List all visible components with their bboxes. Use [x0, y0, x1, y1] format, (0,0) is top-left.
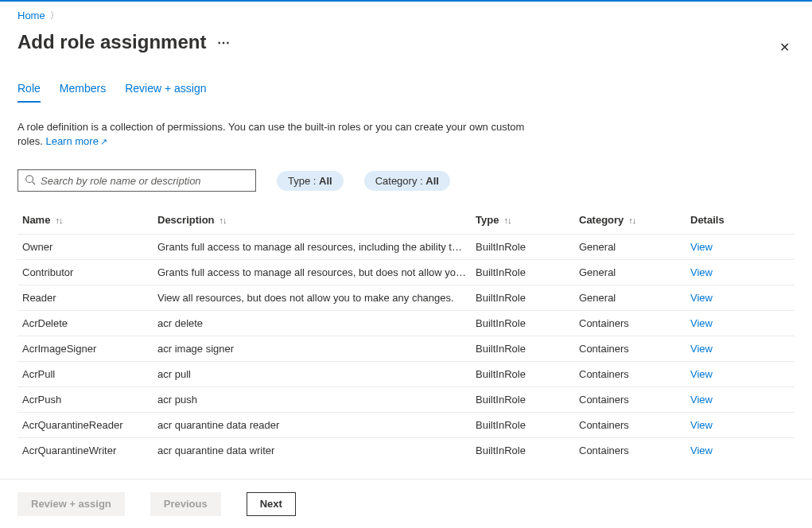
filter-category-label: Category :	[375, 175, 426, 187]
close-icon[interactable]: ✕	[775, 35, 795, 60]
view-link[interactable]: View	[690, 241, 770, 253]
cell-type: BuiltInRole	[476, 445, 579, 456]
cell-description: acr quarantine data reader	[157, 419, 476, 431]
cell-name: Contributor	[22, 266, 157, 278]
cell-name: AcrDelete	[22, 317, 157, 329]
tab-members[interactable]: Members	[60, 82, 106, 103]
view-link[interactable]: View	[690, 394, 770, 406]
tab-role[interactable]: Role	[17, 82, 41, 103]
learn-more-label: Learn more	[45, 135, 98, 147]
table-row[interactable]: ContributorGrants full access to manage …	[17, 260, 795, 285]
col-type[interactable]: Type↑↓	[476, 214, 579, 226]
view-link[interactable]: View	[690, 368, 770, 380]
svg-point-0	[26, 176, 33, 183]
page-description: A role definition is a collection of per…	[17, 120, 526, 149]
col-description-label: Description	[157, 214, 215, 226]
col-details-label: Details	[690, 214, 725, 226]
view-link[interactable]: View	[690, 266, 770, 278]
filter-row: Type : All Category : All	[17, 169, 795, 192]
cell-type: BuiltInRole	[476, 241, 579, 253]
table-row[interactable]: AcrPullacr pullBuiltInRoleContainersView	[17, 362, 795, 387]
table-row[interactable]: AcrImageSigneracr image signerBuiltInRol…	[17, 336, 795, 362]
cell-category: Containers	[579, 445, 690, 456]
filter-category-pill[interactable]: Category : All	[364, 171, 450, 191]
table-body: OwnerGrants full access to manage all re…	[17, 235, 795, 463]
cell-name: Reader	[22, 292, 157, 304]
tabs: Role Members Review + assign	[17, 82, 795, 103]
search-input[interactable]	[41, 175, 249, 187]
cell-name: AcrPush	[22, 394, 157, 406]
cell-description: acr push	[157, 394, 476, 406]
cell-description: acr delete	[157, 317, 476, 329]
cell-name: AcrImageSigner	[22, 343, 157, 355]
view-link[interactable]: View	[690, 317, 770, 329]
cell-description: Grants full access to manage all resourc…	[157, 266, 476, 278]
table-row[interactable]: AcrDeleteacr deleteBuiltInRoleContainers…	[17, 311, 795, 336]
breadcrumb-home-link[interactable]: Home	[17, 10, 45, 21]
view-link[interactable]: View	[690, 292, 770, 304]
cell-type: BuiltInRole	[476, 368, 579, 380]
search-icon	[25, 174, 36, 188]
main-panel: Home 〉 Add role assignment ⋯ ✕ Role Memb…	[0, 2, 812, 463]
sort-icon: ↑↓	[220, 215, 227, 225]
page-title-text: Add role assignment	[17, 31, 206, 53]
cell-description: acr pull	[157, 368, 476, 380]
horizontal-scrollbar[interactable]	[0, 515, 812, 528]
cell-type: BuiltInRole	[476, 317, 579, 329]
sort-icon: ↑↓	[628, 215, 635, 225]
cell-category: General	[579, 266, 690, 278]
previous-button: Previous	[150, 492, 221, 516]
col-category[interactable]: Category↑↓	[579, 214, 690, 226]
sort-icon: ↑↓	[503, 215, 511, 225]
roles-table: Name↑↓ Description↑↓ Type↑↓ Category↑↓ D…	[17, 206, 795, 463]
cell-category: General	[579, 292, 690, 304]
cell-type: BuiltInRole	[476, 343, 579, 355]
col-name[interactable]: Name↑↓	[22, 214, 157, 226]
cell-type: BuiltInRole	[476, 266, 579, 278]
col-description[interactable]: Description↑↓	[157, 214, 476, 226]
cell-category: Containers	[579, 317, 690, 329]
cell-description: Grants full access to manage all resourc…	[157, 241, 476, 253]
cell-type: BuiltInRole	[476, 292, 579, 304]
filter-type-label: Type :	[288, 175, 319, 187]
cell-name: Owner	[22, 241, 157, 253]
breadcrumb: Home 〉	[17, 10, 795, 21]
tab-review-assign[interactable]: Review + assign	[125, 82, 206, 103]
external-link-icon: ↗	[100, 137, 107, 146]
cell-type: BuiltInRole	[476, 419, 579, 431]
title-row: Add role assignment ⋯	[17, 31, 795, 53]
cell-category: General	[579, 241, 690, 253]
table-row[interactable]: OwnerGrants full access to manage all re…	[17, 235, 795, 260]
cell-description: acr quarantine data writer	[157, 445, 476, 456]
cell-type: BuiltInRole	[476, 394, 579, 406]
learn-more-link[interactable]: Learn more↗	[45, 135, 107, 147]
filter-type-pill[interactable]: Type : All	[277, 171, 344, 191]
filter-category-value: All	[425, 175, 439, 187]
col-details: Details	[690, 214, 770, 226]
svg-line-1	[33, 182, 36, 185]
view-link[interactable]: View	[690, 419, 770, 431]
table-row[interactable]: AcrQuarantineWriteracr quarantine data w…	[17, 438, 795, 463]
cell-name: AcrQuarantineWriter	[22, 445, 157, 456]
col-type-label: Type	[476, 214, 499, 226]
table-row[interactable]: AcrQuarantineReaderacr quarantine data r…	[17, 413, 795, 438]
table-row[interactable]: AcrPushacr pushBuiltInRoleContainersView	[17, 387, 795, 413]
sort-icon: ↑↓	[55, 215, 62, 225]
view-link[interactable]: View	[690, 343, 770, 355]
review-assign-button: Review + assign	[17, 492, 125, 516]
cell-category: Containers	[579, 343, 690, 355]
next-button[interactable]: Next	[247, 492, 296, 516]
cell-name: AcrQuarantineReader	[22, 419, 157, 431]
table-row[interactable]: ReaderView all resources, but does not a…	[17, 285, 795, 311]
cell-category: Containers	[579, 368, 690, 380]
cell-description: View all resources, but does not allow y…	[157, 292, 476, 304]
chevron-right-icon: 〉	[50, 10, 59, 21]
search-box[interactable]	[17, 169, 256, 192]
more-actions-icon[interactable]: ⋯	[217, 35, 231, 50]
cell-description: acr image signer	[157, 343, 476, 355]
filter-type-value: All	[319, 175, 332, 187]
table-header: Name↑↓ Description↑↓ Type↑↓ Category↑↓ D…	[17, 206, 795, 235]
cell-category: Containers	[579, 419, 690, 431]
cell-category: Containers	[579, 394, 690, 406]
view-link[interactable]: View	[690, 445, 770, 456]
